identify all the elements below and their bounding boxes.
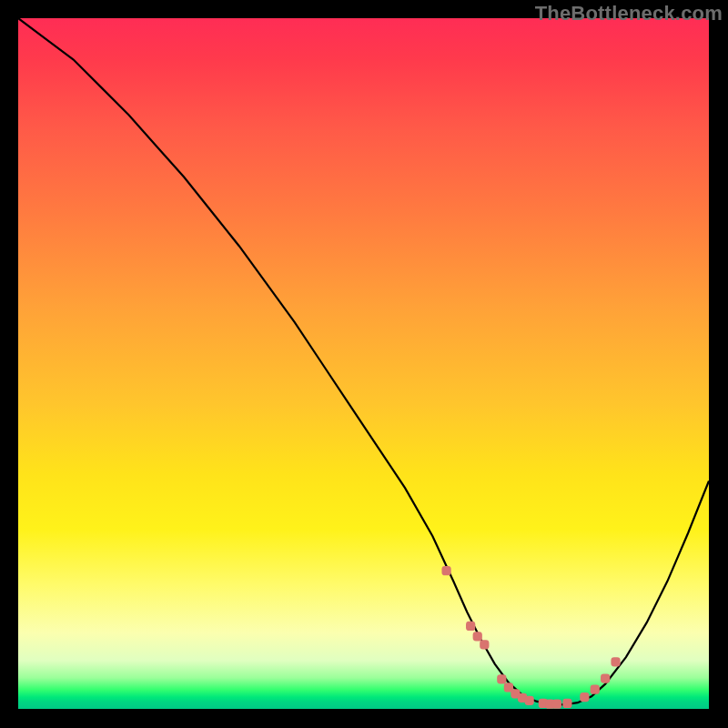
marker-dot — [580, 693, 589, 702]
marker-dot — [601, 673, 610, 682]
chart-frame: TheBottleneck.com — [0, 0, 728, 728]
marker-dot — [591, 685, 600, 694]
marker-dot — [525, 696, 534, 705]
marker-dot — [562, 699, 571, 708]
watermark: TheBottleneck.com — [535, 2, 723, 25]
curve-markers — [441, 566, 620, 709]
marker-dot — [611, 657, 620, 666]
marker-dot — [441, 566, 450, 575]
marker-dot — [497, 674, 506, 683]
curve-line — [18, 18, 709, 704]
chart-svg — [18, 18, 709, 709]
marker-dot — [552, 700, 561, 709]
marker-dot — [473, 632, 482, 641]
marker-dot — [480, 640, 489, 649]
marker-dot — [466, 622, 475, 631]
plot-area — [18, 18, 709, 709]
